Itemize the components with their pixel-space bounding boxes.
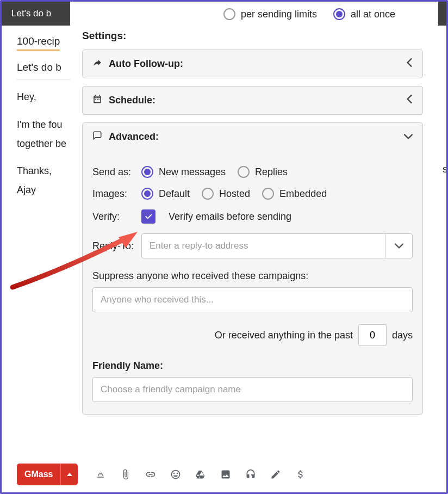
suppress-label: Suppress anyone who received these campa… — [92, 270, 413, 282]
attach-icon[interactable] — [115, 464, 136, 485]
replyto-dropdown[interactable] — [385, 234, 412, 258]
radio-label: Hosted — [219, 188, 250, 200]
chevron-left-icon — [406, 58, 413, 70]
radio-icon — [202, 188, 214, 200]
reply-arrow-icon — [92, 58, 102, 70]
pen-icon[interactable] — [265, 464, 287, 485]
radio-label: all at once — [351, 9, 395, 20]
schedule-header[interactable]: Schedule: — [83, 87, 422, 114]
checkbox-checked-icon — [141, 209, 155, 224]
auto-followup-section: Auto Follow-up: — [82, 50, 423, 78]
settings-heading: Settings: — [82, 30, 423, 42]
format-icon[interactable] — [90, 464, 111, 485]
replyto-row: Reply-To: — [92, 233, 413, 258]
chat-icon — [92, 131, 102, 143]
replyto-input-wrap — [141, 233, 413, 258]
or-received-row: Or received anything in the past days — [92, 324, 413, 346]
dollar-icon[interactable] — [290, 464, 312, 485]
compose-title: Let's do b — [11, 8, 51, 18]
verify-row: Verify: Verify emails before sending — [92, 209, 413, 224]
radio-icon — [141, 188, 153, 200]
suppress-input[interactable] — [92, 287, 413, 312]
compose-window: Let's do b 100-recip Let's do b Hey, I'm… — [2, 2, 446, 492]
images-label: Images: — [92, 188, 141, 200]
verify-label: Verify: — [92, 211, 141, 223]
radio-icon — [262, 188, 274, 200]
sending-mode-row: per sending limits all at once — [82, 8, 423, 20]
radio-new-messages[interactable]: New messages — [141, 166, 226, 178]
sendas-label: Send as: — [92, 166, 141, 178]
schedule-section: Schedule: — [82, 86, 423, 115]
images-row: Images: Default Hosted Embedded — [92, 188, 413, 200]
radio-images-hosted[interactable]: Hosted — [202, 188, 250, 200]
calendar-icon — [92, 94, 102, 107]
friendly-label: Friendly Name: — [92, 360, 413, 372]
radio-label: per sending limits — [241, 9, 317, 20]
image-icon[interactable] — [215, 464, 237, 485]
radio-label: Embedded — [279, 188, 327, 200]
drive-icon[interactable] — [190, 464, 211, 485]
verify-checkbox[interactable]: Verify emails before sending — [141, 209, 291, 224]
gmass-dropdown[interactable] — [60, 464, 78, 485]
chevron-down-icon — [404, 131, 413, 143]
section-title: Auto Follow-up: — [109, 58, 183, 70]
advanced-body: Send as: New messages Replies Images: — [83, 151, 422, 414]
radio-icon — [223, 8, 235, 20]
days-input[interactable] — [358, 324, 387, 346]
radio-images-embedded[interactable]: Embedded — [262, 188, 327, 200]
radio-images-default[interactable]: Default — [141, 188, 190, 200]
emoji-icon[interactable] — [165, 464, 186, 485]
advanced-header[interactable]: Advanced: — [83, 123, 422, 151]
section-title: Advanced: — [109, 131, 159, 143]
radio-per-sending-limits[interactable]: per sending limits — [223, 8, 317, 20]
radio-icon — [333, 8, 345, 20]
sendas-row: Send as: New messages Replies — [92, 166, 413, 178]
auto-followup-header[interactable]: Auto Follow-up: — [83, 50, 422, 78]
confidential-icon[interactable] — [240, 464, 262, 485]
gmass-send-button[interactable]: GMass — [17, 464, 60, 485]
settings-panel: per sending limits all at once Settings:… — [70, 2, 438, 456]
radio-icon — [238, 166, 250, 178]
radio-all-at-once[interactable]: all at once — [333, 8, 395, 20]
days-label: days — [392, 330, 413, 341]
friendly-input[interactable] — [92, 377, 413, 402]
verify-text: Verify emails before sending — [169, 211, 291, 223]
or-received-text: Or received anything in the past — [215, 330, 353, 341]
replyto-input[interactable] — [142, 234, 385, 258]
link-icon[interactable] — [140, 464, 161, 485]
chevron-left-icon — [406, 95, 413, 106]
truncated-text: s — [443, 164, 447, 175]
replyto-label: Reply-To: — [92, 240, 141, 252]
radio-label: Replies — [255, 166, 288, 178]
section-title: Schedule: — [109, 95, 155, 106]
radio-replies[interactable]: Replies — [238, 166, 288, 178]
radio-label: New messages — [159, 166, 226, 178]
advanced-section: Advanced: Send as: New messages — [82, 122, 423, 415]
radio-label: Default — [159, 188, 190, 200]
radio-icon — [141, 166, 153, 178]
recipients-field[interactable]: 100-recip — [17, 35, 60, 51]
compose-toolbar: GMass — [2, 456, 446, 492]
gmass-button: GMass — [17, 464, 78, 485]
